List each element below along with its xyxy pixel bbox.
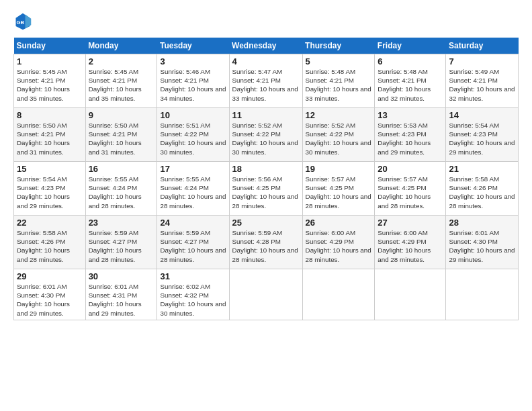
day-number: 9 [89, 110, 154, 120]
sunrise: Sunrise: 5:59 AM [232, 229, 283, 236]
day-number: 27 [378, 218, 443, 228]
calendar-cell: 20 Sunrise: 5:57 AM Sunset: 4:25 PM Dayl… [375, 162, 446, 216]
day-info: Sunrise: 5:58 AM Sunset: 4:26 PM Dayligh… [17, 228, 83, 264]
calendar-cell: 1 Sunrise: 5:45 AM Sunset: 4:21 PM Dayli… [14, 54, 86, 108]
sunset: Sunset: 4:30 PM [17, 291, 65, 299]
daylight: Daylight: 10 hours and 28 minutes. [89, 193, 142, 209]
day-info: Sunrise: 5:58 AM Sunset: 4:26 PM Dayligh… [449, 175, 515, 210]
day-info: Sunrise: 5:47 AM Sunset: 4:21 PM Dayligh… [232, 67, 300, 103]
sunset: Sunset: 4:25 PM [378, 184, 426, 191]
calendar-cell: 26 Sunrise: 6:00 AM Sunset: 4:29 PM Dayl… [302, 216, 375, 269]
header: GB [13, 12, 519, 31]
day-number: 7 [449, 56, 515, 66]
calendar-cell: 25 Sunrise: 5:59 AM Sunset: 4:28 PM Dayl… [229, 216, 302, 269]
sunrise: Sunrise: 6:01 AM [89, 283, 139, 290]
day-info: Sunrise: 5:54 AM Sunset: 4:23 PM Dayligh… [449, 121, 515, 156]
daylight: Daylight: 10 hours and 28 minutes. [306, 246, 371, 263]
day-number: 19 [306, 164, 372, 174]
day-info: Sunrise: 5:59 AM Sunset: 4:27 PM Dayligh… [89, 228, 154, 264]
daylight: Daylight: 10 hours and 28 minutes. [306, 193, 371, 209]
sunset: Sunset: 4:24 PM [160, 184, 208, 191]
calendar-cell: 7 Sunrise: 5:49 AM Sunset: 4:21 PM Dayli… [446, 54, 519, 108]
calendar-cell: 22 Sunrise: 5:58 AM Sunset: 4:26 PM Dayl… [14, 216, 86, 269]
daylight: Daylight: 10 hours and 32 minutes. [449, 85, 515, 101]
day-number: 2 [89, 56, 154, 66]
calendar-cell [375, 269, 446, 320]
daylight: Daylight: 10 hours and 29 minutes. [449, 246, 515, 263]
sunrise: Sunrise: 6:02 AM [160, 283, 210, 290]
sunset: Sunset: 4:23 PM [17, 184, 65, 191]
sunrise: Sunrise: 5:50 AM [17, 122, 67, 129]
day-info: Sunrise: 5:52 AM Sunset: 4:22 PM Dayligh… [306, 121, 372, 156]
svg-marker-1 [26, 15, 32, 29]
day-number: 25 [232, 218, 300, 228]
sunset: Sunset: 4:29 PM [306, 238, 354, 245]
sunset: Sunset: 4:28 PM [232, 238, 281, 245]
sunrise: Sunrise: 5:59 AM [89, 229, 139, 236]
daylight: Daylight: 10 hours and 32 minutes. [378, 85, 431, 101]
day-number: 14 [449, 110, 515, 120]
calendar-cell: 5 Sunrise: 5:48 AM Sunset: 4:21 PM Dayli… [302, 54, 375, 108]
logo: GB [13, 12, 35, 31]
sunset: Sunset: 4:21 PM [232, 77, 281, 84]
day-info: Sunrise: 5:45 AM Sunset: 4:21 PM Dayligh… [89, 67, 154, 103]
daylight: Daylight: 10 hours and 28 minutes. [160, 246, 226, 263]
sunrise: Sunrise: 6:00 AM [378, 229, 428, 236]
day-info: Sunrise: 6:01 AM Sunset: 4:31 PM Dayligh… [89, 282, 154, 318]
daylight: Daylight: 10 hours and 31 minutes. [89, 139, 142, 155]
calendar-table: SundayMondayTuesdayWednesdayThursdayFrid… [13, 38, 519, 320]
calendar-cell: 29 Sunrise: 6:01 AM Sunset: 4:30 PM Dayl… [14, 269, 86, 320]
calendar-cell: 13 Sunrise: 5:53 AM Sunset: 4:23 PM Dayl… [375, 108, 446, 162]
sunset: Sunset: 4:32 PM [160, 291, 208, 299]
sunrise: Sunrise: 5:46 AM [160, 68, 210, 75]
sunset: Sunset: 4:21 PM [378, 77, 426, 84]
day-number: 4 [232, 56, 300, 66]
day-info: Sunrise: 5:57 AM Sunset: 4:25 PM Dayligh… [306, 175, 372, 210]
weekday-header-thursday: Thursday [302, 38, 375, 54]
day-number: 10 [160, 110, 226, 120]
calendar-page: GB SundayMondayTuesdayWednesdayThursdayF… [0, 0, 532, 411]
daylight: Daylight: 10 hours and 29 minutes. [17, 193, 70, 209]
sunrise: Sunrise: 5:48 AM [378, 68, 428, 75]
sunset: Sunset: 4:23 PM [378, 130, 426, 138]
day-number: 23 [89, 218, 154, 228]
day-number: 3 [160, 56, 226, 66]
daylight: Daylight: 10 hours and 34 minutes. [160, 85, 226, 101]
daylight: Daylight: 10 hours and 31 minutes. [17, 139, 70, 155]
calendar-cell: 17 Sunrise: 5:55 AM Sunset: 4:24 PM Dayl… [157, 162, 229, 216]
sunrise: Sunrise: 5:57 AM [306, 175, 356, 183]
sunrise: Sunrise: 5:55 AM [160, 175, 210, 183]
sunset: Sunset: 4:21 PM [89, 77, 137, 84]
logo-icon: GB [13, 12, 32, 31]
day-number: 16 [89, 164, 154, 174]
weekday-header-saturday: Saturday [446, 38, 519, 54]
day-number: 5 [306, 56, 372, 66]
calendar-cell [302, 269, 375, 320]
sunrise: Sunrise: 5:57 AM [378, 175, 428, 183]
day-number: 22 [17, 218, 83, 228]
weekday-header-row: SundayMondayTuesdayWednesdayThursdayFrid… [14, 38, 519, 54]
daylight: Daylight: 10 hours and 30 minutes. [160, 300, 226, 316]
day-info: Sunrise: 6:00 AM Sunset: 4:29 PM Dayligh… [378, 228, 443, 264]
daylight: Daylight: 10 hours and 28 minutes. [232, 193, 298, 209]
daylight: Daylight: 10 hours and 30 minutes. [232, 139, 298, 155]
daylight: Daylight: 10 hours and 29 minutes. [449, 139, 515, 155]
day-number: 18 [232, 164, 300, 174]
daylight: Daylight: 10 hours and 35 minutes. [17, 85, 70, 101]
sunset: Sunset: 4:22 PM [160, 130, 208, 138]
sunset: Sunset: 4:25 PM [232, 184, 281, 191]
calendar-cell: 23 Sunrise: 5:59 AM Sunset: 4:27 PM Dayl… [85, 216, 157, 269]
day-number: 11 [232, 110, 300, 120]
sunrise: Sunrise: 5:45 AM [89, 68, 139, 75]
daylight: Daylight: 10 hours and 30 minutes. [160, 139, 226, 155]
calendar-cell: 19 Sunrise: 5:57 AM Sunset: 4:25 PM Dayl… [302, 162, 375, 216]
day-info: Sunrise: 5:57 AM Sunset: 4:25 PM Dayligh… [378, 175, 443, 210]
day-info: Sunrise: 6:01 AM Sunset: 4:30 PM Dayligh… [449, 228, 515, 264]
sunset: Sunset: 4:21 PM [449, 77, 497, 84]
calendar-cell: 15 Sunrise: 5:54 AM Sunset: 4:23 PM Dayl… [14, 162, 86, 216]
day-info: Sunrise: 5:52 AM Sunset: 4:22 PM Dayligh… [232, 121, 300, 156]
calendar-cell [446, 269, 519, 320]
calendar-cell: 24 Sunrise: 5:59 AM Sunset: 4:27 PM Dayl… [157, 216, 229, 269]
sunrise: Sunrise: 6:01 AM [17, 283, 67, 290]
calendar-cell: 11 Sunrise: 5:52 AM Sunset: 4:22 PM Dayl… [229, 108, 302, 162]
